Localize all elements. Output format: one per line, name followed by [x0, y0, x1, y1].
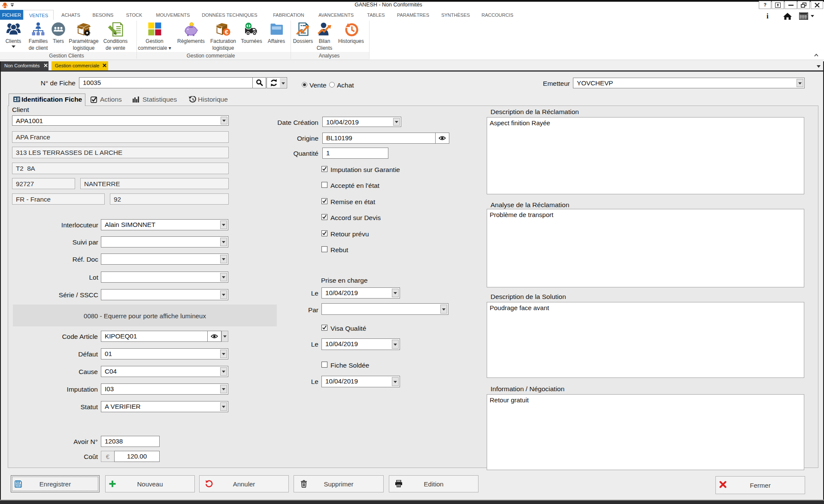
- svg-text:€: €: [225, 28, 229, 36]
